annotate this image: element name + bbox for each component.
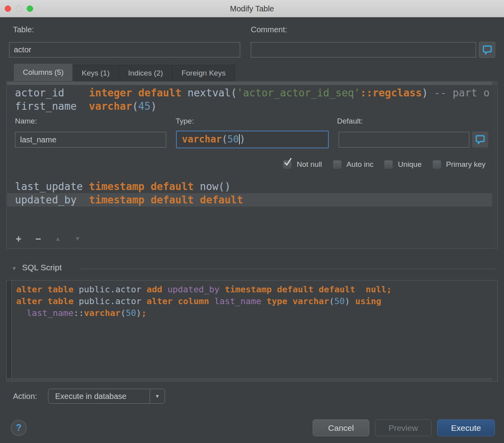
tab-keys[interactable]: Keys (1) <box>72 65 119 81</box>
preview-button[interactable]: Preview <box>375 419 432 436</box>
tab-columns[interactable]: Columns (5) <box>14 64 72 81</box>
sql-line: alter table public.actor add updated_by … <box>16 284 496 295</box>
checkbox-box[interactable] <box>384 160 393 169</box>
tab-bar: Columns (5) Keys (1) Indices (2) Foreign… <box>14 64 235 81</box>
header-divider <box>79 269 496 269</box>
checkbox-primary-key[interactable]: Primary key <box>432 160 485 169</box>
chevron-down-icon: ▼ <box>155 393 160 399</box>
editor-gutter <box>7 281 12 381</box>
name-label: Name: <box>15 117 37 126</box>
table-name-input[interactable]: actor <box>9 42 240 57</box>
sql-code: alter table public.actor add updated_by … <box>16 284 496 319</box>
checkbox-box[interactable] <box>333 160 342 169</box>
dropdown-arrow-box[interactable]: ▼ <box>150 389 165 403</box>
cancel-button[interactable]: Cancel <box>313 419 369 436</box>
tab-indices[interactable]: Indices (2) <box>119 65 172 81</box>
title-bar: Modify Table <box>0 0 504 17</box>
comment-bubble-icon <box>475 134 485 145</box>
collapse-arrow-icon[interactable]: ▼ <box>11 265 17 271</box>
checkbox-label: Not null <box>296 160 322 169</box>
checkbox-label: Unique <box>398 160 421 169</box>
sql-line: last_name::varchar(50); <box>16 307 496 319</box>
move-down-button[interactable]: ▼ <box>72 230 83 248</box>
column-row-updated-by[interactable]: updated_by timestamp default default <box>7 193 492 207</box>
checkbox-label: Auto inc <box>346 160 374 169</box>
window-title: Modify Table <box>0 0 504 17</box>
checkbox-box[interactable] <box>432 160 441 169</box>
tab-foreign-keys[interactable]: Foreign Keys <box>172 65 235 81</box>
execute-button[interactable]: Execute <box>437 419 495 436</box>
column-row-first-name[interactable]: first_name varchar(45) <box>7 100 492 113</box>
sql-horizontal-scrollbar[interactable] <box>7 378 492 381</box>
columns-panel: actor_id integer default nextval('actor_… <box>6 81 498 249</box>
add-column-button[interactable]: + <box>13 230 24 248</box>
sql-line: alter table public.actor alter column la… <box>16 295 496 307</box>
checkbox-unique[interactable]: Unique <box>384 160 421 169</box>
column-name-input[interactable]: last_name <box>15 132 166 148</box>
type-label: Type: <box>176 117 194 126</box>
vertical-scrollbar[interactable] <box>493 85 497 248</box>
comment-label: Comment: <box>251 25 287 34</box>
checkbox-not-null[interactable]: Not null <box>283 160 322 169</box>
default-comment-button[interactable] <box>472 131 488 148</box>
column-type-input[interactable]: varchar(50) <box>176 131 329 148</box>
table-comment-button[interactable] <box>479 42 495 58</box>
action-label: Action: <box>13 392 37 401</box>
column-row-last-update[interactable]: last_update timestamp default now() <box>7 180 492 193</box>
default-label: Default: <box>337 117 363 126</box>
column-default-input[interactable] <box>339 132 469 148</box>
checkbox-box[interactable] <box>283 160 292 169</box>
scrollbar-corner <box>492 82 497 85</box>
sql-script-header[interactable]: SQL Script <box>22 263 62 272</box>
column-flags-row: Not null Auto inc Unique <box>283 159 485 170</box>
action-dropdown[interactable]: Execute in database ▼ <box>48 389 165 404</box>
move-up-button[interactable]: ▲ <box>52 230 64 248</box>
horizontal-scrollbar[interactable] <box>7 82 492 85</box>
table-comment-input[interactable] <box>251 42 476 57</box>
modify-table-dialog: Modify Table Table: Comment: actor Colum… <box>0 0 504 443</box>
checkmark-icon <box>284 158 292 167</box>
remove-column-button[interactable]: − <box>32 230 44 248</box>
help-button[interactable]: ? <box>11 420 27 436</box>
column-row-actor-id[interactable]: actor_id integer default nextval('actor_… <box>7 86 492 100</box>
checkbox-label: Primary key <box>446 160 485 169</box>
sql-script-panel[interactable]: alter table public.actor add updated_by … <box>6 280 498 382</box>
action-dropdown-value: Execute in database <box>55 389 126 403</box>
checkbox-auto-inc[interactable]: Auto inc <box>333 160 374 169</box>
table-label: Table: <box>13 25 34 34</box>
list-toolbar: + − ▲ ▼ <box>7 230 497 248</box>
comment-bubble-icon <box>482 44 493 55</box>
